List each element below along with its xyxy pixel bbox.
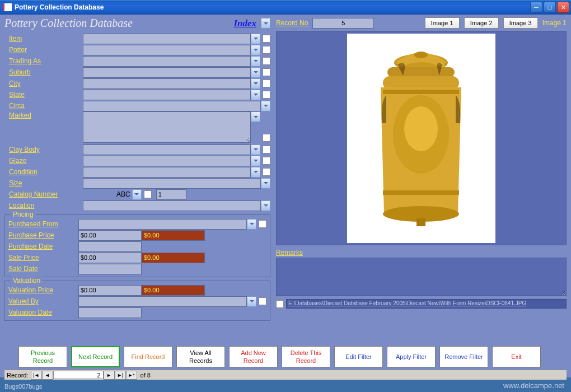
circa-dropdown[interactable] — [261, 101, 270, 111]
close-button[interactable]: ✕ — [557, 2, 569, 13]
city-input[interactable] — [83, 78, 251, 89]
path-checkbox[interactable] — [276, 300, 284, 308]
purchase-date-label: Purchase Date — [8, 242, 78, 250]
glaze-dropdown[interactable] — [251, 156, 260, 166]
purchase-date-input[interactable] — [78, 241, 142, 252]
purchase-price-label: Purchase Price — [8, 231, 78, 239]
potter-checkbox[interactable] — [263, 46, 270, 54]
index-dropdown[interactable] — [261, 18, 270, 29]
trading-as-input[interactable] — [83, 56, 251, 67]
nav-prev-button[interactable]: ◄ — [42, 371, 53, 380]
previous-record-button[interactable]: Previous Record — [18, 346, 67, 367]
size-label: Size — [4, 179, 83, 187]
glaze-input[interactable] — [83, 156, 251, 166]
state-dropdown[interactable] — [251, 90, 260, 100]
sale-price-label: Sale Price — [8, 254, 78, 262]
size-dropdown[interactable] — [261, 178, 270, 189]
purchase-price-highlight: $0.00 — [142, 230, 205, 241]
right-pane: Record No 5 Image 1 Image 2 Image 3 Imag… — [276, 17, 567, 342]
valued-by-checkbox[interactable] — [259, 297, 266, 305]
sale-date-input[interactable] — [78, 264, 142, 274]
record-no-display: 5 — [312, 18, 374, 29]
image3-button[interactable]: Image 3 — [503, 17, 538, 29]
marked-dropdown[interactable] — [251, 111, 260, 122]
location-input[interactable] — [83, 200, 261, 211]
svg-point-6 — [404, 106, 438, 151]
trading-as-dropdown[interactable] — [251, 56, 260, 67]
city-checkbox[interactable] — [263, 80, 270, 87]
nav-current-input[interactable] — [53, 371, 104, 379]
circa-input[interactable] — [83, 101, 261, 111]
edit-filter-button[interactable]: Edit Filter — [334, 346, 383, 367]
state-label: State — [4, 91, 83, 99]
condition-input[interactable] — [83, 167, 251, 178]
size-input[interactable] — [83, 178, 261, 189]
find-record-button[interactable]: Find Record — [124, 346, 172, 367]
location-dropdown[interactable] — [261, 200, 270, 211]
valued-by-dropdown[interactable] — [247, 296, 256, 307]
remove-filter-button[interactable]: Remove Filter — [439, 346, 488, 367]
add-new-record-button[interactable]: Add New Record — [229, 346, 278, 367]
window-controls: ─ □ ✕ — [530, 2, 569, 13]
purchase-price-input[interactable] — [78, 230, 142, 241]
sale-price-input[interactable] — [78, 253, 142, 263]
app-title: Pottery Collection Database — [4, 17, 233, 30]
city-dropdown[interactable] — [251, 78, 260, 89]
valued-by-input[interactable] — [78, 296, 247, 307]
valuation-fieldset: Valuation Valuation Price$0.00 Valued By… — [4, 281, 270, 321]
item-checkbox[interactable] — [263, 35, 270, 43]
clay-body-dropdown[interactable] — [251, 144, 260, 155]
condition-checkbox[interactable] — [263, 168, 270, 176]
trading-as-checkbox[interactable] — [263, 57, 270, 65]
exit-button[interactable]: Exit — [492, 346, 541, 367]
item-label: Item — [4, 35, 83, 43]
current-image-label: Image 1 — [542, 19, 567, 27]
nav-last-button[interactable]: ►| — [115, 371, 126, 380]
condition-dropdown[interactable] — [251, 167, 260, 178]
image1-button[interactable]: Image 1 — [425, 17, 460, 29]
clay-body-checkbox[interactable] — [263, 146, 270, 153]
remarks-textarea[interactable] — [276, 258, 567, 296]
valuation-price-input[interactable] — [78, 285, 142, 296]
potter-input[interactable] — [83, 45, 251, 55]
delete-record-button[interactable]: Delete This Record — [282, 346, 330, 367]
suburb-dropdown[interactable] — [251, 67, 260, 78]
sale-price-highlight: $0.00 — [142, 253, 205, 263]
marked-textarea[interactable] — [83, 111, 251, 143]
clay-body-input[interactable] — [83, 144, 251, 155]
image-panel — [276, 31, 567, 245]
purchased-from-input[interactable] — [78, 219, 247, 230]
remarks-label: Remarks — [276, 249, 567, 256]
suburb-checkbox[interactable] — [263, 68, 270, 76]
potter-dropdown[interactable] — [251, 45, 260, 55]
maximize-button[interactable]: □ — [544, 2, 556, 13]
index-label[interactable]: Index — [233, 18, 256, 29]
catalog-number-label: Catalog Number — [4, 190, 83, 198]
catalog-num-input[interactable] — [156, 189, 186, 200]
glaze-label: Glaze — [4, 157, 83, 165]
nav-new-button[interactable]: ►* — [126, 371, 137, 380]
item-input[interactable] — [83, 34, 251, 44]
pricing-legend: Pricing — [11, 211, 36, 218]
purchased-from-checkbox[interactable] — [259, 220, 266, 228]
state-checkbox[interactable] — [263, 91, 270, 99]
state-input[interactable] — [83, 90, 251, 100]
nav-first-button[interactable]: |◄ — [31, 371, 42, 380]
glaze-checkbox[interactable] — [263, 157, 270, 165]
image2-button[interactable]: Image 2 — [464, 17, 499, 29]
minimize-button[interactable]: ─ — [530, 2, 542, 13]
marked-checkbox[interactable] — [263, 134, 270, 142]
apply-filter-button[interactable]: Apply Filter — [387, 346, 436, 367]
nav-next-button[interactable]: ► — [104, 371, 115, 380]
abc-checkbox[interactable] — [144, 190, 152, 198]
abc-dropdown[interactable] — [132, 189, 142, 200]
view-all-records-button[interactable]: View All Records — [176, 346, 225, 367]
image-path[interactable]: E:\Databases\Diecast Database February 2… — [286, 299, 567, 309]
next-record-button[interactable]: Next Record — [71, 346, 120, 367]
purchased-from-dropdown[interactable] — [247, 219, 256, 230]
valuation-date-input[interactable] — [78, 307, 142, 318]
suburb-input[interactable] — [83, 67, 251, 78]
potter-label: Potter — [4, 46, 83, 54]
item-dropdown[interactable] — [251, 34, 260, 44]
valuation-date-label: Valuation Date — [8, 309, 78, 316]
